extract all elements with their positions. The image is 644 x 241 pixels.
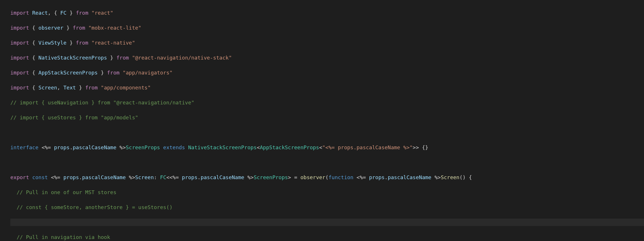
comment: // Pull in one of our MST stores: [17, 189, 117, 195]
code-line-active[interactable]: [10, 219, 644, 226]
code-line[interactable]: // import { useStores } from "app/models…: [10, 114, 644, 121]
code-line[interactable]: import { NativeStackScreenProps } from "…: [10, 54, 644, 62]
comment: // const { someStore, anotherStore } = u…: [17, 204, 173, 210]
code-line[interactable]: // Pull in one of our MST stores: [10, 189, 644, 196]
code-line[interactable]: // import { useNavigation } from "@react…: [10, 99, 644, 106]
comment: // Pull in navigation via hook: [17, 234, 110, 240]
keyword: import: [10, 10, 29, 16]
code-line[interactable]: // const { someStore, anotherStore } = u…: [10, 204, 644, 211]
comment: // import { useNavigation } from "@react…: [10, 100, 194, 106]
comment: // import { useStores } from "app/models…: [10, 114, 138, 120]
code-line[interactable]: [10, 129, 644, 136]
code-line[interactable]: // Pull in navigation via hook: [10, 234, 644, 241]
code-editor[interactable]: import React, { FC } from "react" import…: [0, 0, 644, 241]
code-line[interactable]: interface <%= props.pascalCaseName %>Scr…: [10, 144, 644, 151]
code-line[interactable]: import React, { FC } from "react": [10, 9, 644, 17]
code-line[interactable]: import { ViewStyle } from "react-native": [10, 39, 644, 47]
code-line[interactable]: import { observer } from "mobx-react-lit…: [10, 24, 644, 32]
code-line[interactable]: import { Screen, Text } from "app/compon…: [10, 84, 644, 91]
code-line[interactable]: import { AppStackScreenProps } from "app…: [10, 69, 644, 76]
code-line[interactable]: [10, 159, 644, 166]
code-line[interactable]: export const <%= props.pascalCaseName %>…: [10, 174, 644, 181]
